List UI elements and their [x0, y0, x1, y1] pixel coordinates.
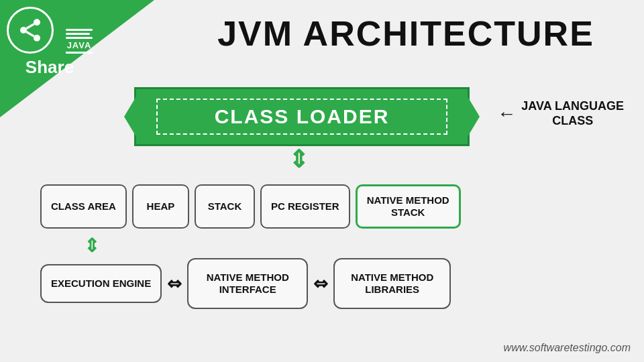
svg-line-4 [26, 24, 34, 29]
runtime-data-areas: CLASS AREA HEAP STACK PC REGISTER NATIVE… [40, 184, 637, 229]
java-line1 [66, 29, 93, 31]
svg-point-0 [34, 19, 40, 25]
java-label: JAVA [67, 40, 92, 50]
bottom-row: EXECUTION ENGINE ⇔ NATIVE METHOD INTERFA… [40, 258, 637, 309]
arrow-interface-to-libraries: ⇔ [313, 274, 328, 294]
up-arrow: ⇕ [288, 147, 309, 172]
java-underline [66, 52, 93, 54]
native-method-stack-box: NATIVE METHOD STACK [356, 184, 461, 229]
java-language-label: JAVA LANGUAGECLASS [521, 99, 624, 128]
java-language-arrow-area: ← JAVA LANGUAGECLASS [497, 99, 624, 128]
class-loader-label: CLASS LOADER [215, 105, 390, 127]
execution-engine-box: EXECUTION ENGINE [40, 264, 162, 303]
class-loader-box: CLASS LOADER [134, 87, 470, 146]
java-line3 [66, 37, 93, 39]
vertical-double-arrow: ⇕ [288, 147, 309, 172]
class-area-box: CLASS AREA [40, 184, 127, 229]
left-arrow-symbol: ← [497, 103, 516, 125]
arrow-engine-to-interface: ⇔ [167, 274, 182, 294]
native-method-interface-box: NATIVE METHOD INTERFACE [187, 258, 308, 309]
share-area[interactable]: JAVA Share [7, 7, 93, 78]
page-title: JVM ARCHITECTURE [181, 13, 631, 54]
website-label: www.softwaretestingo.com [504, 342, 631, 354]
share-circle-icon[interactable] [7, 7, 54, 54]
share-svg-icon [17, 17, 44, 44]
java-icon: JAVA [66, 29, 93, 54]
java-line2 [66, 33, 90, 35]
stack-box: STACK [195, 184, 255, 229]
svg-line-3 [26, 32, 34, 37]
class-loader-dashed-border: CLASS LOADER [156, 99, 447, 135]
svg-point-1 [20, 27, 27, 34]
native-method-libraries-box: NATIVE METHOD LIBRARIES [333, 258, 451, 309]
small-vertical-arrow: ⇕ [84, 235, 99, 257]
share-label[interactable]: Share [25, 57, 74, 78]
class-loader-container: CLASS LOADER [134, 87, 470, 146]
svg-point-2 [34, 35, 40, 42]
heap-box: HEAP [132, 184, 189, 229]
pc-register-box: PC REGISTER [260, 184, 350, 229]
